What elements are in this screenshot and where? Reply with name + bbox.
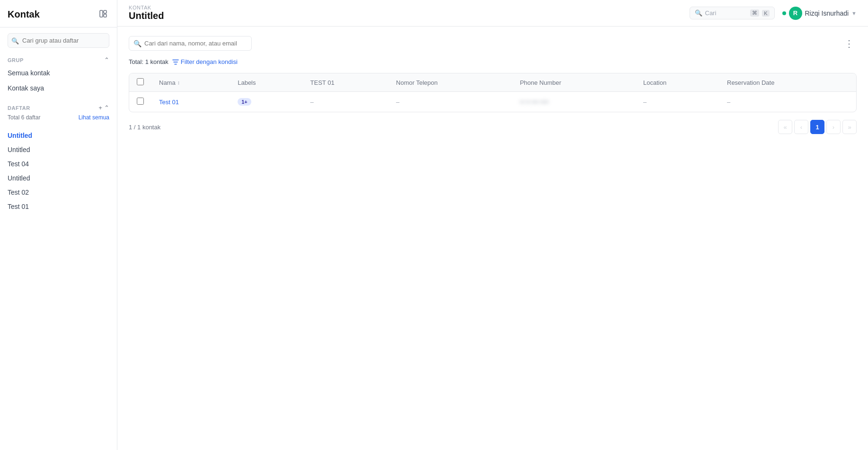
- grup-section-label: GRUP ⌃: [0, 54, 117, 65]
- topbar-titles: KONTAK Untitled: [129, 5, 164, 21]
- pagination-controls: « ‹ 1 › »: [778, 120, 857, 134]
- daftar-item-6[interactable]: Test 01: [0, 199, 117, 214]
- global-search-bar[interactable]: 🔍 Cari ⌘ K: [690, 7, 775, 19]
- cell-reservation: –: [719, 92, 856, 112]
- svg-rect-0: [100, 10, 103, 17]
- table-row: Test 01 1+ – – •• •• ••• ••••: [129, 92, 856, 112]
- filter-button[interactable]: Filter dengan kondisi: [172, 58, 238, 65]
- page-title: Untitled: [129, 10, 164, 21]
- cell-nomor: –: [389, 92, 513, 112]
- col-nama: Nama ↕: [151, 73, 230, 92]
- col-reservation: Reservation Date: [719, 73, 856, 92]
- daftar-meta: Total 6 daftar Lihat semua: [0, 113, 117, 125]
- contacts-table-wrapper: Nama ↕ Labels TEST 01 Nomor Telepon: [129, 73, 857, 112]
- main-content: KONTAK Untitled 🔍 Cari ⌘ K R Rizqi Isnur…: [117, 0, 868, 450]
- daftar-actions: + ⌃: [98, 104, 109, 111]
- pagination-last-button[interactable]: »: [842, 120, 857, 134]
- chevron-down-icon: ▼: [851, 10, 857, 16]
- avatar: R: [789, 7, 802, 20]
- col-labels: Labels: [230, 73, 302, 92]
- table-header: Nama ↕ Labels TEST 01 Nomor Telepon: [129, 73, 856, 92]
- user-status-dot: [782, 11, 786, 15]
- pagination-prev-button[interactable]: ‹: [794, 120, 808, 134]
- col-location: Location: [636, 73, 719, 92]
- sidebar-item-semua-kontak[interactable]: Semua kontak: [0, 65, 117, 81]
- search-icon: 🔍: [695, 9, 702, 17]
- total-label: Total: 1 kontak: [129, 58, 168, 65]
- layout-icon: [99, 9, 107, 18]
- svg-rect-2: [104, 14, 106, 17]
- app-title: Kontak: [8, 9, 40, 20]
- contacts-table: Nama ↕ Labels TEST 01 Nomor Telepon: [129, 73, 856, 112]
- sidebar-search-container: 🔍: [0, 27, 117, 54]
- pagination-first-button[interactable]: «: [778, 120, 792, 134]
- topbar: KONTAK Untitled 🔍 Cari ⌘ K R Rizqi Isnur…: [117, 0, 868, 27]
- content-area: 🔍 ⋮ Total: 1 kontak Filter dengan kondis…: [117, 27, 868, 450]
- breadcrumb: KONTAK: [129, 5, 164, 10]
- pagination-next-button[interactable]: ›: [826, 120, 841, 134]
- pagination-info: 1 / 1 kontak: [129, 124, 160, 131]
- search-icon: 🔍: [11, 37, 19, 44]
- cell-test01: –: [303, 92, 389, 112]
- cell-phone: •• •• ••• ••••: [512, 92, 636, 112]
- sidebar-search-input[interactable]: [8, 33, 109, 48]
- cell-labels: 1+: [230, 92, 302, 112]
- more-options-button[interactable]: ⋮: [841, 37, 857, 50]
- table-body: Test 01 1+ – – •• •• ••• ••••: [129, 92, 856, 112]
- daftar-item-5[interactable]: Test 02: [0, 185, 117, 199]
- daftar-item-1[interactable]: Untitled: [0, 128, 117, 143]
- row-checkbox[interactable]: [137, 98, 144, 105]
- col-nomor: Nomor Telepon: [389, 73, 513, 92]
- pagination: 1 / 1 kontak « ‹ 1 › »: [129, 112, 857, 134]
- cell-nama[interactable]: Test 01: [151, 92, 230, 112]
- svg-rect-1: [104, 10, 106, 13]
- select-all-checkbox[interactable]: [137, 78, 144, 85]
- sort-icon: ↕: [177, 80, 180, 85]
- sidebar: Kontak 🔍 GRUP ⌃ Semua kontak Kontak saya…: [0, 0, 117, 450]
- sidebar-header: Kontak: [0, 0, 117, 27]
- contact-search-input[interactable]: [129, 36, 252, 51]
- daftar-collapse-button[interactable]: ⌃: [104, 104, 109, 111]
- content-toolbar: 🔍 ⋮: [129, 36, 857, 51]
- grup-collapse-button[interactable]: ⌃: [104, 56, 109, 63]
- daftar-item-2[interactable]: Untitled: [0, 143, 117, 157]
- col-test01: TEST 01: [303, 73, 389, 92]
- pagination-page-1-button[interactable]: 1: [810, 120, 824, 134]
- user-name: Rizqi Isnurhadi: [805, 9, 849, 17]
- grup-nav: Semua kontak Kontak saya: [0, 65, 117, 96]
- daftar-add-button[interactable]: +: [98, 104, 102, 111]
- daftar-item-3[interactable]: Test 04: [0, 157, 117, 171]
- label-badge: 1+: [238, 98, 251, 106]
- cell-location: –: [636, 92, 719, 112]
- topbar-right: 🔍 Cari ⌘ K R Rizqi Isnurhadi ▼: [690, 7, 857, 20]
- sidebar-item-kontak-saya[interactable]: Kontak saya: [0, 81, 117, 96]
- content-search-icon: 🔍: [133, 40, 142, 47]
- filter-icon: [172, 59, 179, 65]
- see-all-link[interactable]: Lihat semua: [79, 114, 109, 121]
- content-search-wrapper: 🔍: [129, 36, 252, 51]
- daftar-list: Untitled Untitled Test 04 Untitled Test …: [0, 125, 117, 217]
- sidebar-collapse-button[interactable]: [97, 8, 109, 21]
- user-menu[interactable]: R Rizqi Isnurhadi ▼: [782, 7, 857, 20]
- col-phone: Phone Number: [512, 73, 636, 92]
- daftar-section-label: DAFTAR + ⌃: [0, 101, 117, 113]
- filter-row: Total: 1 kontak Filter dengan kondisi: [129, 58, 857, 65]
- daftar-item-4[interactable]: Untitled: [0, 171, 117, 185]
